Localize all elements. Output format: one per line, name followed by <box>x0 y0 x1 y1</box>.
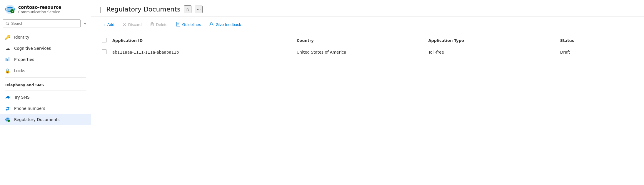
sidebar-item-label: Regulatory Documents <box>14 117 60 122</box>
add-icon: + <box>103 22 106 27</box>
cell-country: United States of America <box>293 46 425 58</box>
sidebar-item-try-sms[interactable]: Try SMS <box>0 92 91 103</box>
sidebar-item-label: Locks <box>14 68 25 73</box>
sidebar-header: ✓ contoso-resource Communication Service <box>0 0 91 18</box>
guidelines-label: Guidelines <box>182 22 201 27</box>
resource-name: contoso-resource <box>18 5 61 10</box>
sidebar-item-label: Phone numbers <box>14 106 45 111</box>
add-label: Add <box>107 22 114 27</box>
row-checkbox[interactable] <box>102 49 106 54</box>
svg-rect-7 <box>6 58 6 61</box>
discard-button[interactable]: ✕ Discard <box>119 20 145 29</box>
search-row: « <box>0 18 91 30</box>
sidebar-item-label: Properties <box>14 57 34 62</box>
col-status: Status <box>557 35 636 46</box>
row-checkbox-cell <box>99 46 109 58</box>
guidelines-button[interactable]: Guidelines <box>172 20 205 29</box>
phone-numbers-icon: # <box>5 105 11 111</box>
delete-label: Delete <box>156 22 168 27</box>
svg-line-6 <box>8 24 9 25</box>
discard-label: Discard <box>128 22 142 27</box>
main-content: | Regulatory Documents ☆ ··· + Add ✕ Dis… <box>91 0 644 185</box>
sidebar-item-locks[interactable]: 🔒 Locks <box>0 65 91 76</box>
delete-button[interactable]: Delete <box>146 20 171 29</box>
col-application-type: Application Type <box>425 35 557 46</box>
collapse-button[interactable]: « <box>82 20 88 27</box>
properties-icon <box>5 57 11 62</box>
title-divider: | <box>99 6 101 13</box>
svg-rect-15 <box>151 22 153 23</box>
sidebar-item-label: Try SMS <box>14 95 30 100</box>
sidebar-item-cognitive-services[interactable]: ☁️ Cognitive Services <box>0 43 91 54</box>
app-logo: ✓ <box>5 4 15 15</box>
cognitive-services-icon: ☁️ <box>5 45 11 51</box>
sidebar-item-phone-numbers[interactable]: # Phone numbers <box>0 103 91 114</box>
regulatory-docs-icon: ✓ <box>5 117 11 123</box>
select-all-header <box>99 35 109 46</box>
delete-icon <box>150 22 154 27</box>
more-options-button[interactable]: ··· <box>195 6 202 13</box>
svg-rect-9 <box>9 57 9 61</box>
section-divider <box>5 77 86 78</box>
give-feedback-icon <box>209 22 214 27</box>
sidebar-navigation: 🔑 Identity ☁️ Cognitive Services Propert… <box>0 30 91 126</box>
resource-type: Communication Service <box>18 10 61 14</box>
favorite-button[interactable]: ☆ <box>184 5 191 13</box>
table-body: ab111aaa-1111-111a-abaaba11b United Stat… <box>99 46 636 58</box>
sidebar-item-label: Cognitive Services <box>14 46 51 51</box>
regulatory-documents-table: Application ID Country Application Type … <box>99 35 636 58</box>
sidebar: ✓ contoso-resource Communication Service… <box>0 0 91 185</box>
telephony-section-label: Telephony and SMS <box>0 79 91 89</box>
svg-rect-8 <box>7 59 8 61</box>
toolbar: + Add ✕ Discard Delete <box>91 16 644 33</box>
search-input[interactable] <box>11 21 78 26</box>
cell-status: Draft <box>557 46 636 58</box>
add-button[interactable]: + Add <box>99 20 118 29</box>
search-box[interactable] <box>3 19 81 27</box>
sidebar-item-regulatory-documents[interactable]: ✓ Regulatory Documents <box>0 114 91 125</box>
svg-text:✓: ✓ <box>9 120 10 123</box>
cell-app-type: Toll-free <box>425 46 557 58</box>
svg-rect-17 <box>151 23 153 26</box>
locks-icon: 🔒 <box>5 68 11 74</box>
section-divider-2 <box>5 90 86 90</box>
sidebar-item-identity[interactable]: 🔑 Identity <box>0 32 91 43</box>
identity-icon: 🔑 <box>5 34 11 40</box>
give-feedback-label: Give feedback <box>216 22 241 27</box>
select-all-checkbox[interactable] <box>102 38 106 42</box>
col-country: Country <box>293 35 425 46</box>
svg-point-5 <box>6 22 8 24</box>
resource-title-block: contoso-resource Communication Service <box>18 5 61 14</box>
page-header: | Regulatory Documents ☆ ··· <box>91 0 644 16</box>
discard-icon: ✕ <box>123 22 126 27</box>
col-application-id: Application ID <box>109 35 293 46</box>
table-row[interactable]: ab111aaa-1111-111a-abaaba11b United Stat… <box>99 46 636 58</box>
give-feedback-button[interactable]: Give feedback <box>206 20 244 29</box>
table-container: Application ID Country Application Type … <box>91 33 644 185</box>
try-sms-icon <box>5 94 11 100</box>
svg-text:✓: ✓ <box>11 10 14 13</box>
sidebar-item-label: Identity <box>14 35 29 39</box>
search-icon <box>6 22 9 26</box>
svg-point-24 <box>211 22 212 24</box>
table-header: Application ID Country Application Type … <box>99 35 636 46</box>
svg-rect-16 <box>150 23 154 23</box>
sidebar-item-properties[interactable]: Properties <box>0 54 91 65</box>
cell-app-id: ab111aaa-1111-111a-abaaba11b <box>109 46 293 58</box>
page-title: Regulatory Documents <box>106 6 180 13</box>
guidelines-icon <box>176 22 181 27</box>
